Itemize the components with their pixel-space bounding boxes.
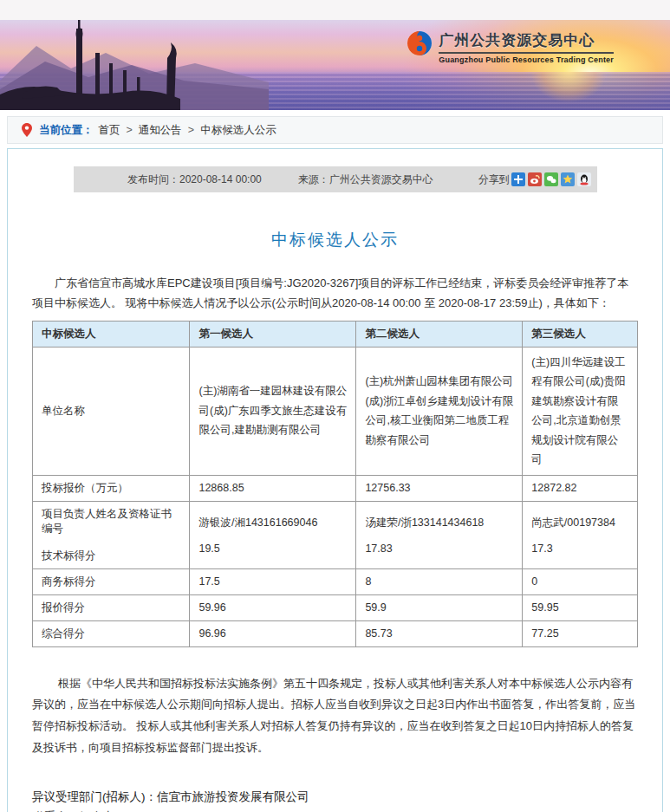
cell-line1: 游银波/湘143161669046 <box>198 516 347 530</box>
breadcrumb-label: 当前位置： <box>39 123 94 138</box>
banner-skyline-silhouette <box>0 20 269 110</box>
table-row: 投标报价（万元） 12868.85 12756.33 12872.82 <box>33 475 638 501</box>
row-label: 综合得分 <box>33 620 190 646</box>
row-label: 投标报价（万元） <box>33 475 190 501</box>
table-header-cell: 第一候选人 <box>190 321 356 347</box>
site-logo[interactable]: 广州公共资源交易中心 Guangzhou Public Resources Tr… <box>407 30 614 64</box>
row-label-line1: 项目负责人姓名及资格证书编号 <box>42 507 180 536</box>
breadcrumb-home[interactable]: 首页 <box>99 123 120 138</box>
table-cell: 17.5 <box>190 568 356 594</box>
table-cell: 0 <box>523 568 638 594</box>
legal-paragraph: 根据《中华人民共和国招标投标法实施条例》第五十四条规定，投标人或其他利害关系人对… <box>32 673 638 759</box>
cell-line2: 19.5 <box>198 542 347 555</box>
table-header-cell: 中标候选人 <box>33 321 190 347</box>
row-label: 项目负责人姓名及资格证书编号 技术标得分 <box>33 501 190 568</box>
table-cell: (主)四川华远建设工程有限公司(成)贵阳建筑勘察设计有限公司,北京道勤创景规划设… <box>523 347 638 475</box>
cell-line1: 尚志武/00197384 <box>531 516 628 530</box>
table-cell: 汤建荣/浙133141434618 17.83 <box>356 501 523 568</box>
row-label: 报价得分 <box>33 594 190 620</box>
table-cell: 12868.85 <box>190 475 356 501</box>
qq-icon[interactable] <box>577 172 591 186</box>
table-cell: 85.73 <box>356 620 523 646</box>
logo-title: 广州公共资源交易中心 <box>439 30 614 50</box>
table-header-cell: 第二候选人 <box>356 321 523 347</box>
header-banner: 广州公共资源交易中心 Guangzhou Public Resources Tr… <box>0 20 670 110</box>
content-panel: 发布时间：2020-08-14 00:00 来源：广州公共资源交易中心 分享到 <box>7 148 663 812</box>
table-cell: (主)湖南省一建园林建设有限公司(成)广东四季文旅生态建设有限公司,建勘勘测有限… <box>190 347 356 475</box>
table-cell: 59.9 <box>356 594 523 620</box>
breadcrumb-notices[interactable]: 通知公告 <box>139 123 182 138</box>
banner-sun-reflection <box>521 72 616 110</box>
logo-divider <box>439 52 614 54</box>
publish-time: 发布时间：2020-08-14 00:00 <box>127 172 262 187</box>
bshare-more-icon[interactable] <box>511 172 525 186</box>
page-title: 中标候选人公示 <box>32 229 638 251</box>
qzone-icon[interactable] <box>561 172 575 186</box>
table-cell: 12872.82 <box>523 475 638 501</box>
share-icons <box>511 172 591 186</box>
cell-line2: 17.3 <box>531 542 628 555</box>
top-strip <box>0 0 670 20</box>
candidates-table: 中标候选人 第一候选人 第二候选人 第三候选人 单位名称 (主)湖南省一建园林建… <box>32 321 638 647</box>
table-header-cell: 第三候选人 <box>523 321 638 347</box>
table-row: 商务标得分 17.5 8 0 <box>33 568 638 594</box>
row-label: 单位名称 <box>33 347 190 475</box>
table-cell: 游银波/湘143161669046 19.5 <box>190 501 356 568</box>
breadcrumb: 当前位置： 首页 > 通知公告 > 中标候选人公示 <box>7 116 663 144</box>
source: 来源：广州公共资源交易中心 <box>298 172 433 187</box>
table-cell: 12756.33 <box>356 475 523 501</box>
table-row: 综合得分 96.96 85.73 77.25 <box>33 620 638 646</box>
contact-block-objection: 异议受理部门(招标人)：信宜市旅游投资发展有限公司 联系人：伍先生 联系电话：1… <box>32 788 638 812</box>
location-pin-icon <box>22 123 32 137</box>
source-label: 来源： <box>298 173 329 185</box>
table-row: 项目负责人姓名及资格证书编号 技术标得分 游银波/湘143161669046 1… <box>33 501 638 568</box>
breadcrumb-separator: > <box>188 124 194 136</box>
table-cell: (主)杭州萧山园林集团有限公司(成)浙江卓创乡建规划设计有限公司,核工业衡阳第二… <box>356 347 523 475</box>
logo-subtitle: Guangzhou Public Resources Trading Cente… <box>439 55 614 64</box>
share-bar: 分享到 <box>478 172 591 187</box>
source-value: 广州公共资源交易中心 <box>329 173 433 185</box>
gprtc-logo-icon <box>407 30 433 56</box>
table-header-row: 中标候选人 第一候选人 第二候选人 第三候选人 <box>33 321 638 347</box>
row-label: 商务标得分 <box>33 568 190 594</box>
logo-text: 广州公共资源交易中心 Guangzhou Public Resources Tr… <box>439 30 614 64</box>
cell-line1: 汤建荣/浙133141434618 <box>365 516 513 530</box>
table-cell: 59.95 <box>523 594 638 620</box>
table-cell: 77.25 <box>523 620 638 646</box>
meta-bar: 发布时间：2020-08-14 00:00 来源：广州公共资源交易中心 分享到 <box>74 166 597 192</box>
breadcrumb-current: 中标候选人公示 <box>200 123 276 138</box>
intro-paragraph: 广东省信宜市高城水库EPC建设项目[项目编号:JG2020-3267]项目的评标… <box>32 274 638 314</box>
contact-person: 联系人：伍先生 <box>32 808 638 812</box>
breadcrumb-separator: > <box>127 124 133 136</box>
publish-time-label: 发布时间： <box>127 173 179 185</box>
table-cell: 8 <box>356 568 523 594</box>
weibo-icon[interactable] <box>528 172 542 186</box>
table-cell: 59.96 <box>190 594 356 620</box>
row-label-line2: 技术标得分 <box>42 549 180 563</box>
publish-time-value: 2020-08-14 00:00 <box>179 173 262 185</box>
table-cell: 尚志武/00197384 17.3 <box>523 501 638 568</box>
objection-department: 异议受理部门(招标人)：信宜市旅游投资发展有限公司 <box>32 788 638 808</box>
cell-line2: 17.83 <box>365 542 513 555</box>
table-row: 单位名称 (主)湖南省一建园林建设有限公司(成)广东四季文旅生态建设有限公司,建… <box>33 347 638 475</box>
wechat-icon[interactable] <box>544 172 558 186</box>
table-row: 报价得分 59.96 59.9 59.95 <box>33 594 638 620</box>
share-label: 分享到 <box>478 172 510 187</box>
table-cell: 96.96 <box>190 620 356 646</box>
